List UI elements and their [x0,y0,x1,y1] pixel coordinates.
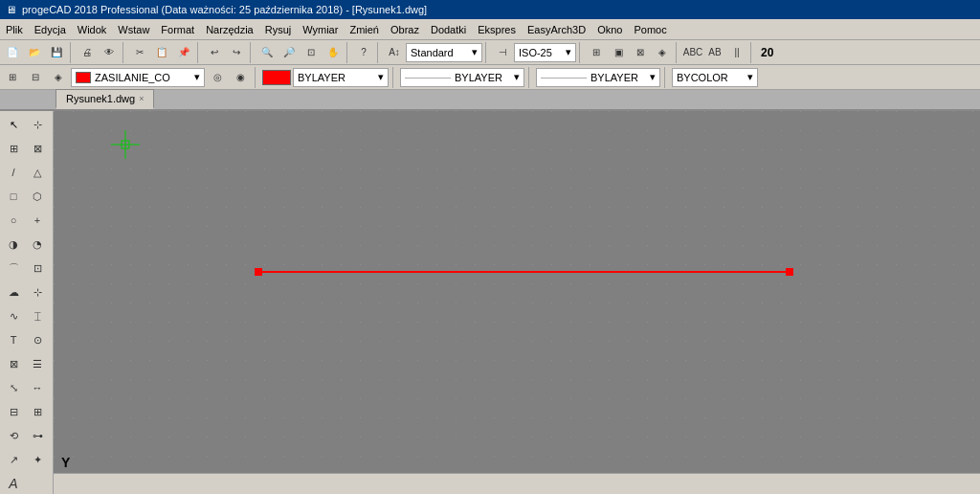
layer-toggle-button[interactable]: ◈ [48,67,69,88]
lt-btn19[interactable]: T [2,328,25,351]
lt-btn9[interactable]: ○ [2,209,25,232]
menu-okno[interactable]: Okno [591,22,628,37]
menu-ekspres[interactable]: Ekspres [472,22,522,37]
tb-btn4[interactable]: ◈ [652,42,673,63]
title-text: progeCAD 2018 Professional (Data ważnośc… [22,4,427,15]
layer-state-button[interactable]: ⊟ [25,67,46,88]
menu-widok[interactable]: Widok [72,22,113,37]
lt-row6: ◑ ◔ [2,233,51,256]
menu-edycja[interactable]: Edycja [29,22,72,37]
menu-rysuj[interactable]: Rysuj [259,22,298,37]
lt-btn25[interactable]: ⊟ [2,400,25,423]
tab-close-button[interactable]: × [139,94,144,103]
toolbar-layers: ⊞ ⊟ ◈ ZASILANIE_CO ▾ ◎ ◉ BYLAYER ▾ —————… [0,65,980,90]
tb-btn1[interactable]: ⊞ [586,42,607,63]
lt-btn13[interactable]: ⌒ [2,257,25,280]
iso-dropdown[interactable]: ISO-25 ▾ [514,43,576,62]
layer-props-button[interactable]: ⊞ [2,67,23,88]
menu-zmien[interactable]: Zmień [344,22,385,37]
tb-btn6[interactable]: || [726,42,747,63]
lt-btn23[interactable]: ⤡ [2,376,25,399]
lt-btn14[interactable]: ⊡ [26,257,49,280]
sep6 [377,42,381,63]
lt-row14: ⟲ ⊶ [2,424,51,447]
linetype-dropdown[interactable]: —————— BYLAYER ▾ [400,68,524,87]
menu-wstaw[interactable]: Wstaw [112,22,155,37]
color-swatch[interactable] [262,70,291,85]
lt-btn16[interactable]: ⊹ [26,281,49,303]
lt-btn10[interactable]: + [26,209,49,232]
redo-button[interactable]: ↪ [226,42,247,63]
lt-btn11[interactable]: ◑ [2,233,25,256]
zoom-all-button[interactable]: ⊡ [301,42,322,63]
style-dropdown[interactable]: Standard ▾ [406,43,482,62]
lt-row15: ↗ ✦ [2,448,51,471]
sep3 [197,42,201,63]
paste-button[interactable]: 📌 [173,42,194,63]
menu-dodatki[interactable]: Dodatki [425,22,472,37]
tb-btn3[interactable]: ⊠ [630,42,651,63]
canvas-area[interactable]: Y [54,111,980,494]
lt-btn7[interactable]: □ [2,185,25,208]
layer-btn3[interactable]: ◉ [230,67,251,88]
lt-btn27[interactable]: ⟲ [2,424,25,447]
lt-row7: ⌒ ⊡ [2,257,51,280]
open-button[interactable]: 📂 [24,42,45,63]
spell-button[interactable]: ABC [682,42,703,63]
lt-btn24[interactable]: ↔ [26,376,49,399]
tb-btn5[interactable]: AB [704,42,725,63]
lt-btn12[interactable]: ◔ [26,233,49,256]
lineweight-dropdown[interactable]: —————— BYLAYER ▾ [536,68,660,87]
snap-button[interactable]: ✦ [26,448,49,471]
lt-btn31[interactable]: A [2,472,25,494]
y-axis-label: Y [61,455,70,470]
save-button[interactable]: 💾 [46,42,67,63]
menu-easyarch3d[interactable]: EasyArch3D [522,22,591,37]
lt-btn21[interactable]: ⊠ [2,352,25,375]
plotstyle-dropdown[interactable]: BYCOLOR ▾ [672,68,758,87]
cut-button[interactable]: ✂ [129,42,150,63]
preview-button[interactable]: 👁 [99,42,120,63]
lt-btn28[interactable]: ⊶ [26,424,49,447]
lt-btn2[interactable]: ⊹ [26,113,49,136]
lt-btn18[interactable]: ⌶ [26,304,49,327]
layer-btn2[interactable]: ◎ [207,67,228,88]
menu-plik[interactable]: Plik [0,22,29,37]
copy-button[interactable]: 📋 [151,42,172,63]
menu-wymiar[interactable]: Wymiar [297,22,344,37]
lt-btn4[interactable]: ⊠ [26,137,49,160]
tb-btn2[interactable]: ▣ [608,42,629,63]
lt-row10: T ⊙ [2,328,51,351]
zoom-out-button[interactable]: 🔎 [278,42,300,63]
pan-button[interactable]: ✋ [323,42,344,63]
menu-obraz[interactable]: Obraz [385,22,425,37]
menu-narzedzia[interactable]: Narzędzia [200,22,259,37]
main-area: ↖ ⊹ ⊞ ⊠ / △ □ ⬡ ○ + ◑ ◔ ⌒ ⊡ ☁ ⊹ [0,111,980,494]
title-bar: 🖥 progeCAD 2018 Professional (Data ważno… [0,0,980,19]
lt-btn29[interactable]: ↗ [2,448,25,471]
select-button[interactable]: ↖ [2,113,25,136]
lt-row9: ∿ ⌶ [2,304,51,327]
tab-rysunek1[interactable]: Rysunek1.dwg × [56,89,154,109]
lt-btn6[interactable]: △ [26,161,49,184]
lt-btn17[interactable]: ∿ [2,304,25,327]
lt-btn26[interactable]: ⊞ [26,400,49,423]
lt-btn5[interactable]: / [2,161,25,184]
menu-pomoc[interactable]: Pomoc [628,22,672,37]
help-button[interactable]: ? [353,42,374,63]
lt-btn3[interactable]: ⊞ [2,137,25,160]
layer-dropdown[interactable]: ZASILANIE_CO ▾ [71,68,205,87]
new-button[interactable]: 📄 [2,42,23,63]
lt-btn22[interactable]: ☰ [26,352,49,375]
lt-btn15[interactable]: ☁ [2,281,25,303]
undo-button[interactable]: ↩ [204,42,225,63]
lt-btn8[interactable]: ⬡ [26,185,49,208]
color-dropdown[interactable]: BYLAYER ▾ [293,68,389,87]
zoom-in-button[interactable]: 🔍 [256,42,278,63]
lt-btn20[interactable]: ⊙ [26,328,49,351]
print-button[interactable]: 🖨 [77,42,98,63]
sep13 [528,67,532,88]
menu-bar: Plik Edycja Widok Wstaw Format Narzędzia… [0,19,980,40]
menu-format[interactable]: Format [155,22,200,37]
sep1 [70,42,74,63]
